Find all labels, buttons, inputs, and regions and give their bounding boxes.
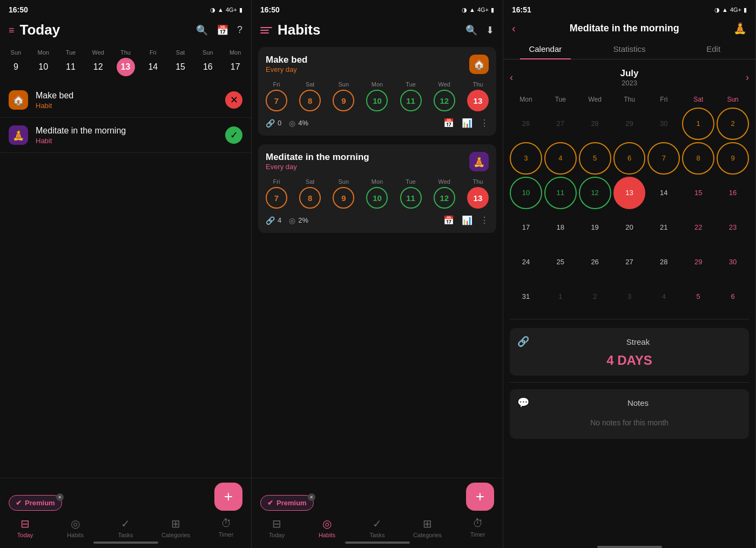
cal-17[interactable]: 17 [510,211,542,244]
cal-19[interactable]: 19 [579,211,611,244]
date-cell-sat15[interactable]: Sat 15 [167,47,194,78]
card-header-makebed: Make bed Every day 🏠 [266,55,489,79]
cal-5[interactable]: 5 [579,142,611,175]
date-cell-mon17[interactable]: Mon 17 [221,47,249,78]
day-12[interactable]: 12 [434,90,455,111]
back-arrow-icon[interactable]: ‹ [512,22,516,35]
cal-29[interactable]: 29 [682,245,714,278]
cal-1[interactable]: 1 [682,108,714,140]
cal-15[interactable]: 15 [682,177,714,209]
cal-16[interactable]: 16 [717,177,749,209]
more-footer-icon-2[interactable]: ⋮ [480,215,489,225]
nav-categories-1[interactable]: ⊞ Categories [151,517,201,538]
premium-close-2[interactable]: × [308,493,315,501]
cal-2[interactable]: 2 [717,108,749,140]
next-month-arrow[interactable]: › [746,72,749,83]
nav-today-1[interactable]: ⊟ Today [0,517,50,538]
nav-categories-2[interactable]: ⊞ Categories [402,517,453,538]
habit-card-makebed[interactable]: Make bed Every day 🏠 Fri Sat Sun Mon Tue… [258,47,496,136]
day-13[interactable]: 13 [467,90,489,111]
signal-icon-2: ◑ [462,6,467,14]
nav-timer-2[interactable]: ⏱ Timer [453,517,503,538]
cal-28[interactable]: 28 [647,245,680,278]
nav-tasks-2[interactable]: ✓ Tasks [352,517,402,538]
cal-3[interactable]: 3 [510,142,542,175]
date-cell-mon10[interactable]: Mon 10 [30,47,57,78]
cal-20[interactable]: 20 [613,211,646,244]
notes-empty-message: No notes for this month [517,414,741,431]
premium-close-1[interactable]: × [56,493,64,501]
cal-14[interactable]: 14 [647,177,680,209]
hamburger-icon-2[interactable] [260,27,272,34]
med-day-12[interactable]: 12 [434,187,455,209]
prev-month-arrow[interactable]: ‹ [510,72,513,83]
cal-27[interactable]: 27 [613,245,646,278]
cal-21[interactable]: 21 [647,211,680,244]
day-9[interactable]: 9 [333,90,354,111]
cal-12[interactable]: 12 [579,177,611,209]
date-cell-fri14[interactable]: Fri 14 [139,47,167,78]
habits-header: Habits 🔍 ⬇ [252,17,503,43]
nav-tasks-1[interactable]: ✓ Tasks [100,517,151,538]
date-cell-thu13[interactable]: Thu 13 [112,47,139,78]
day-11[interactable]: 11 [400,90,422,111]
date-cell-tue11[interactable]: Tue 11 [57,47,85,78]
cal-25[interactable]: 25 [544,245,577,278]
date-cell-sun16[interactable]: Sun 16 [194,47,221,78]
search-icon[interactable]: 🔍 [196,24,208,36]
med-day-11[interactable]: 11 [400,187,422,209]
cal-26[interactable]: 26 [579,245,611,278]
streak-makebed: 🔗 0 [266,119,281,128]
menu-icon[interactable]: ≡ [9,25,15,35]
habit-item-meditate[interactable]: 🧘 Meditate in the morning Habit ✓ [0,118,251,153]
chart-footer-icon[interactable]: 📊 [462,118,473,128]
date-cell-sun9[interactable]: Sun 9 [2,47,30,78]
cal-23[interactable]: 23 [717,211,749,244]
fab-add-1[interactable]: + [214,483,242,511]
premium-badge-2[interactable]: ✔ Premium × [260,495,314,511]
day-7[interactable]: 7 [266,90,287,111]
nav-today-2[interactable]: ⊟ Today [252,517,302,538]
cal-13-today[interactable]: 13 [613,177,646,209]
cal-11[interactable]: 11 [544,177,577,209]
cal-8[interactable]: 8 [682,142,714,175]
nav-timer-1[interactable]: ⏱ Timer [201,517,251,538]
more-footer-icon[interactable]: ⋮ [480,118,489,128]
premium-badge-1[interactable]: ✔ Premium × [9,495,62,511]
med-day-13[interactable]: 13 [467,187,489,209]
fab-add-2[interactable]: + [466,483,494,511]
tab-edit[interactable]: Edit [671,39,755,59]
cal-7[interactable]: 7 [647,142,680,175]
cal-18[interactable]: 18 [544,211,577,244]
nav-habits-2[interactable]: ◎ Habits [302,517,352,538]
date-cell-wed12[interactable]: Wed 12 [84,47,112,78]
help-icon[interactable]: ? [237,24,242,36]
tab-statistics[interactable]: Statistics [588,39,672,59]
search-icon-2[interactable]: 🔍 [465,24,477,36]
cal-4[interactable]: 4 [544,142,577,175]
cal-31[interactable]: 31 [510,280,542,312]
chart-footer-icon-2[interactable]: 📊 [462,215,473,225]
calendar-footer-icon[interactable]: 📅 [443,118,454,128]
nav-habits-1[interactable]: ◎ Habits [50,517,100,538]
cal-9[interactable]: 9 [717,142,749,175]
calendar-icon[interactable]: 📅 [217,24,228,36]
med-day-10[interactable]: 10 [366,187,388,209]
day-8[interactable]: 8 [299,90,321,111]
med-day-7[interactable]: 7 [266,187,287,209]
download-icon[interactable]: ⬇ [486,24,494,36]
cal-24[interactable]: 24 [510,245,542,278]
habit-card-meditate[interactable]: Meditate in the morning Every day 🧘 Fri … [258,144,496,233]
meditate-action[interactable]: ✓ [225,126,242,144]
med-day-9[interactable]: 9 [333,187,354,209]
day-10[interactable]: 10 [366,90,388,111]
cal-6[interactable]: 6 [613,142,646,175]
tab-calendar[interactable]: Calendar [503,39,588,59]
med-day-8[interactable]: 8 [299,187,321,209]
cal-10[interactable]: 10 [510,177,542,209]
cal-22[interactable]: 22 [682,211,714,244]
makebed-action[interactable]: ✕ [225,91,242,109]
cal-30[interactable]: 30 [717,245,749,278]
habit-item-makebed[interactable]: 🏠 Make bed Habit ✕ [0,83,251,118]
calendar-footer-icon-2[interactable]: 📅 [443,215,454,225]
